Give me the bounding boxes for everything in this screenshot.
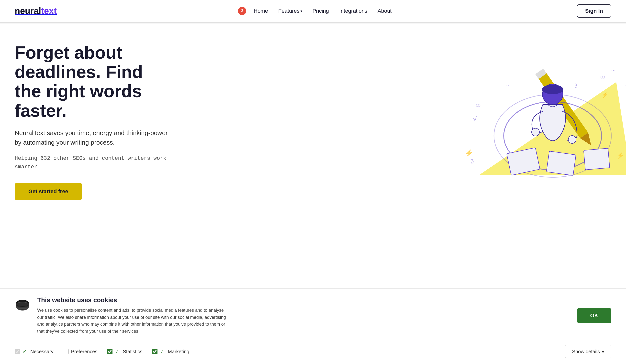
- nav-notification-badge: 3: [238, 7, 246, 15]
- svg-rect-23: [547, 151, 576, 175]
- nav-divider: [0, 22, 626, 24]
- svg-rect-24: [584, 148, 610, 170]
- svg-text:⚡: ⚡: [616, 152, 624, 160]
- hero-cta-button[interactable]: Get started free: [15, 183, 82, 200]
- svg-text:~: ~: [611, 67, 615, 73]
- svg-text:⚡: ⚡: [465, 149, 473, 157]
- hero-section: Forget about deadlines. Find the right w…: [0, 24, 626, 215]
- svg-text:ꝏ: ꝏ: [600, 74, 605, 79]
- nav-about[interactable]: About: [374, 6, 396, 16]
- svg-text:~: ~: [506, 82, 509, 88]
- svg-text:ℨ: ℨ: [471, 158, 474, 164]
- hero-illustration: ⚡ ⚡ ⚡ ℨ ℨ √ ℨ ~ ꝏ ꝏ ~ ~: [430, 38, 626, 180]
- hero-subtitle: NeuralText saves you time, energy and th…: [15, 128, 171, 147]
- hero-content: Forget about deadlines. Find the right w…: [15, 43, 171, 200]
- nav-pricing[interactable]: Pricing: [309, 6, 333, 16]
- hero-title: Forget about deadlines. Find the right w…: [15, 43, 171, 120]
- svg-text:√: √: [473, 115, 477, 123]
- sign-in-button[interactable]: Sign In: [577, 4, 611, 18]
- svg-text:ꝏ: ꝏ: [476, 102, 480, 107]
- nav-links: 3 Home Features ▾ Pricing Integrations A…: [238, 6, 395, 16]
- svg-text:⚡: ⚡: [602, 92, 608, 98]
- chevron-down-icon: ▾: [301, 9, 302, 13]
- svg-text:ℨ: ℨ: [575, 83, 577, 88]
- svg-point-18: [532, 128, 540, 136]
- svg-point-17: [542, 85, 563, 94]
- navbar: neuraltext 3 Home Features ▾ Pricing Int…: [0, 0, 626, 22]
- nav-integrations[interactable]: Integrations: [335, 6, 371, 16]
- logo-neural: neural: [15, 6, 41, 16]
- svg-text:~: ~: [625, 83, 626, 88]
- hero-social-proof: Helping 632 other SEOs and content write…: [15, 154, 171, 171]
- nav-features[interactable]: Features ▾: [274, 6, 306, 16]
- svg-point-19: [568, 135, 576, 143]
- logo[interactable]: neuraltext: [15, 6, 57, 16]
- logo-text: text: [41, 6, 57, 16]
- nav-home[interactable]: Home: [250, 6, 272, 16]
